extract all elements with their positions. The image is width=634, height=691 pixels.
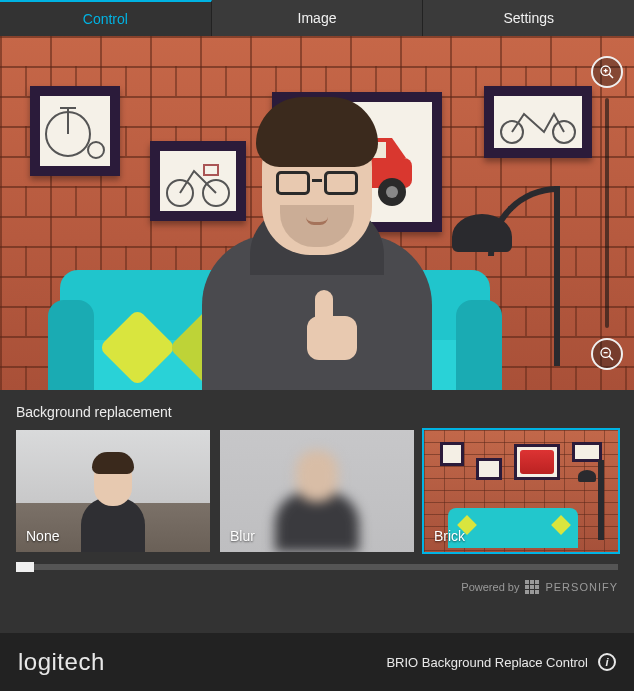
background-options: None Blur Brick (0, 430, 634, 552)
logitech-logo: logitech (18, 648, 105, 676)
bg-options-scrollbar[interactable] (16, 564, 618, 570)
wall-frame-penny-farthing (30, 86, 120, 176)
bg-option-brick[interactable]: Brick (424, 430, 618, 552)
zoom-out-icon (599, 346, 615, 362)
foreground-person (162, 80, 472, 390)
powered-by: Powered by PERSONIFY (0, 570, 634, 608)
tab-image[interactable]: Image (212, 0, 424, 36)
camera-preview (0, 36, 634, 390)
footer: logitech BRIO Background Replace Control… (0, 633, 634, 691)
svg-line-16 (609, 74, 613, 78)
product-name: BRIO Background Replace Control (386, 655, 588, 670)
powered-by-brand: PERSONIFY (545, 581, 618, 593)
scrollbar-thumb[interactable] (16, 562, 34, 572)
info-button[interactable]: i (598, 653, 616, 671)
zoom-slider[interactable] (605, 98, 609, 328)
bg-option-label: None (26, 528, 59, 544)
svg-line-20 (609, 356, 613, 360)
bg-option-label: Blur (230, 528, 255, 544)
background-floor-lamp (458, 186, 578, 390)
tab-settings[interactable]: Settings (423, 0, 634, 36)
zoom-controls (590, 56, 624, 370)
svg-point-1 (88, 142, 104, 158)
zoom-in-button[interactable] (591, 56, 623, 88)
bg-option-none[interactable]: None (16, 430, 210, 552)
powered-by-prefix: Powered by (461, 581, 519, 593)
zoom-in-icon (599, 64, 615, 80)
section-title-background-replacement: Background replacement (0, 390, 634, 430)
bg-option-label: Brick (434, 528, 465, 544)
personify-logo-icon (525, 580, 539, 594)
main-tabs: Control Image Settings (0, 0, 634, 36)
tab-control[interactable]: Control (0, 0, 212, 36)
wall-frame-tandem-bike (484, 86, 592, 158)
bg-option-blur[interactable]: Blur (220, 430, 414, 552)
zoom-out-button[interactable] (591, 338, 623, 370)
